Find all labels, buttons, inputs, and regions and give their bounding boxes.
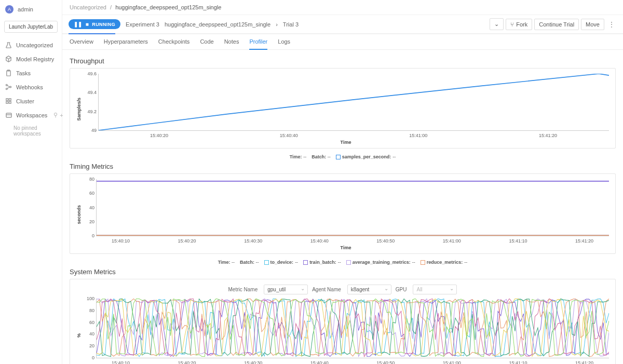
- svg-rect-5: [6, 99, 8, 101]
- tab-overview[interactable]: Overview: [70, 38, 93, 49]
- tab-checkpoints[interactable]: Checkpoints: [158, 38, 190, 49]
- sidebar: A admin Launch JupyterLab UncategorizedM…: [0, 0, 62, 364]
- pinned-workspaces-empty: No pinned workspaces: [0, 122, 62, 137]
- timing-legend: Time: --Batch: --to_device: --train_batc…: [70, 257, 616, 266]
- svg-rect-7: [6, 101, 8, 103]
- pause-icon[interactable]: ❚❚: [74, 21, 83, 27]
- flask-icon: [5, 42, 12, 48]
- gpu-select[interactable]: All: [413, 285, 457, 294]
- workspace-icon: [5, 112, 12, 118]
- gpu-label: GPU: [396, 287, 407, 292]
- tab-profiler[interactable]: Profiler: [249, 38, 267, 50]
- sidebar-item-workspaces[interactable]: Workspaces: [0, 108, 52, 122]
- metric-name-label: Metric Name: [228, 287, 258, 292]
- cluster-icon: [5, 98, 12, 104]
- section-title-timing: Timing Metrics: [70, 163, 616, 170]
- svg-rect-8: [9, 101, 11, 103]
- experiment-header: ❚❚ ■ RUNNING Experiment 3 huggingface_de…: [62, 15, 623, 34]
- breadcrumb: Uncategorized / huggingface_deepspeed_op…: [62, 0, 623, 15]
- sidebar-item-tasks[interactable]: Tasks: [0, 66, 62, 80]
- tab-code[interactable]: Code: [200, 38, 213, 49]
- main: Uncategorized / huggingface_deepspeed_op…: [62, 0, 623, 364]
- trial-label: Trial 3: [283, 21, 299, 28]
- stop-icon[interactable]: ■: [86, 21, 89, 27]
- throughput-legend: Time: -- Batch: -- samples_per_second: -…: [70, 152, 616, 160]
- experiment-label: Experiment 3: [126, 21, 159, 28]
- trial-dropdown[interactable]: ⌄: [490, 18, 504, 30]
- agent-name-select[interactable]: k8agent: [347, 285, 391, 294]
- sidebar-item-label: Tasks: [16, 70, 31, 76]
- cube-icon: [5, 56, 12, 62]
- workspace-search-icon[interactable]: ⚲: [52, 112, 59, 118]
- sidebar-item-label: Uncategorized: [16, 42, 53, 48]
- continue-trial-button[interactable]: Continue Trial: [534, 19, 579, 30]
- move-button[interactable]: Move: [581, 19, 604, 30]
- status-text: RUNNING: [92, 22, 115, 27]
- clipboard-icon: [5, 70, 12, 76]
- more-menu-icon[interactable]: ⋮: [606, 19, 617, 30]
- user-name: admin: [18, 6, 33, 12]
- fork-icon: ⑂: [510, 21, 514, 28]
- svg-rect-9: [6, 113, 11, 117]
- tab-logs[interactable]: Logs: [278, 38, 290, 49]
- launch-jupyterlab-button[interactable]: Launch JupyterLab: [4, 21, 58, 33]
- timing-chart: seconds 020406080 15:40:1015:40:2015:40:…: [70, 173, 616, 254]
- sidebar-item-cluster[interactable]: Cluster: [0, 94, 62, 108]
- section-title-system: System Metrics: [70, 268, 616, 276]
- sidebar-item-webhooks[interactable]: Webhooks: [0, 80, 62, 94]
- nodes-icon: [5, 84, 12, 90]
- sidebar-item-label: Webhooks: [16, 84, 43, 90]
- sidebar-item-label: Cluster: [16, 98, 34, 104]
- x-axis-label: Time: [83, 140, 609, 145]
- metric-name-select[interactable]: gpu_util: [264, 285, 308, 294]
- sidebar-item-label: Model Registry: [16, 56, 54, 62]
- y-axis-label: Samples/s: [76, 98, 82, 121]
- sidebar-item-uncategorized[interactable]: Uncategorized: [0, 38, 62, 52]
- system-chart: Metric Name gpu_util Agent Name k8agent …: [70, 279, 616, 364]
- user-block[interactable]: A admin: [0, 3, 62, 18]
- x-axis-label: Time: [83, 245, 609, 250]
- tab-hyperparameters[interactable]: Hyperparameters: [104, 38, 148, 49]
- agent-name-label: Agent Name: [312, 287, 341, 292]
- profiler-content: Throughput Samples/s 4949.249.449.6 15:4…: [62, 50, 623, 364]
- tabs: OverviewHyperparametersCheckpointsCodeNo…: [62, 34, 623, 50]
- throughput-chart: Samples/s 4949.249.449.6 15:40:2015:40:4…: [70, 68, 616, 149]
- svg-rect-6: [9, 99, 11, 101]
- status-pill[interactable]: ❚❚ ■ RUNNING: [69, 19, 120, 29]
- breadcrumb-parent[interactable]: Uncategorized: [70, 4, 106, 10]
- avatar: A: [5, 5, 13, 14]
- chevron-right-icon: ›: [276, 21, 278, 28]
- sidebar-item-model-registry[interactable]: Model Registry: [0, 52, 62, 66]
- model-label: huggingface_deepspeed_opt125m_single: [165, 21, 270, 28]
- breadcrumb-current: huggingface_deepspeed_opt125m_single: [115, 4, 221, 10]
- sidebar-item-label: Workspaces: [16, 112, 47, 118]
- tab-notes[interactable]: Notes: [224, 38, 239, 49]
- fork-button[interactable]: ⑂Fork: [506, 19, 532, 30]
- section-title-throughput: Throughput: [70, 57, 616, 65]
